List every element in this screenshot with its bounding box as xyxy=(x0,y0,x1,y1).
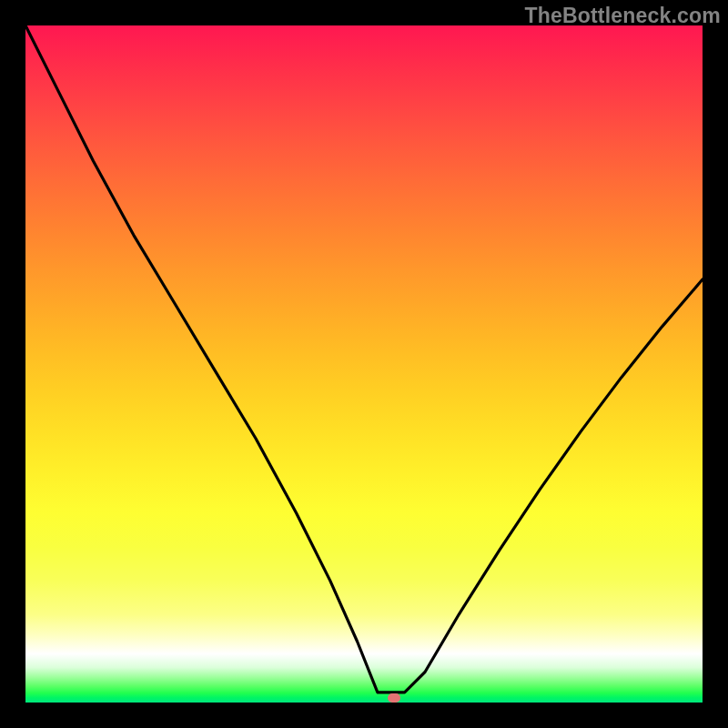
optimum-marker xyxy=(388,693,400,703)
gradient-plot-area xyxy=(25,25,703,703)
chart-frame: TheBottleneck.com xyxy=(0,0,728,728)
bottleneck-curve xyxy=(25,25,703,703)
watermark-text: TheBottleneck.com xyxy=(524,4,721,28)
curve-path xyxy=(25,25,703,693)
